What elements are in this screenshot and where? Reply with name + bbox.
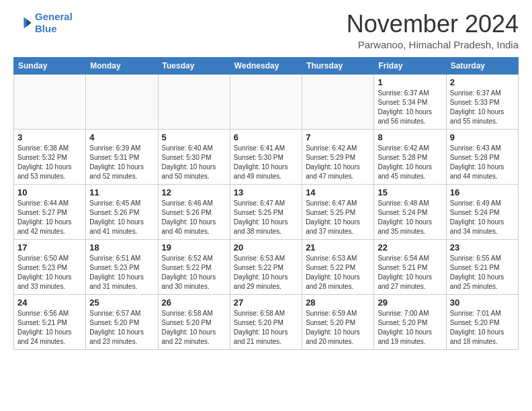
calendar-cell	[86, 74, 158, 129]
day-info: Sunrise: 6:46 AM Sunset: 5:26 PM Dayligh…	[162, 199, 226, 236]
day-info: Sunrise: 6:40 AM Sunset: 5:30 PM Dayligh…	[162, 144, 226, 181]
day-number: 26	[162, 298, 226, 308]
weekday-header: Sunday	[14, 57, 86, 74]
weekday-header: Friday	[374, 57, 446, 74]
calendar-cell: 17Sunrise: 6:50 AM Sunset: 5:23 PM Dayli…	[14, 239, 86, 294]
day-number: 13	[234, 187, 298, 197]
day-number: 25	[89, 298, 154, 308]
calendar-cell: 11Sunrise: 6:45 AM Sunset: 5:26 PM Dayli…	[86, 184, 158, 239]
page: General Blue November 2024 Parwanoo, Him…	[0, 0, 532, 361]
day-info: Sunrise: 6:56 AM Sunset: 5:21 PM Dayligh…	[17, 309, 82, 347]
calendar-cell: 26Sunrise: 6:58 AM Sunset: 5:20 PM Dayli…	[158, 294, 230, 349]
day-number: 28	[306, 298, 370, 308]
calendar-cell	[230, 74, 302, 129]
day-info: Sunrise: 6:37 AM Sunset: 5:33 PM Dayligh…	[450, 89, 515, 126]
day-info: Sunrise: 6:54 AM Sunset: 5:21 PM Dayligh…	[378, 254, 442, 291]
day-info: Sunrise: 7:01 AM Sunset: 5:20 PM Dayligh…	[450, 309, 515, 347]
day-number: 16	[450, 187, 515, 197]
location: Parwanoo, Himachal Pradesh, India	[347, 39, 519, 50]
calendar-cell: 29Sunrise: 7:00 AM Sunset: 5:20 PM Dayli…	[374, 294, 446, 349]
day-info: Sunrise: 6:50 AM Sunset: 5:23 PM Dayligh…	[17, 254, 82, 291]
day-info: Sunrise: 6:44 AM Sunset: 5:27 PM Dayligh…	[17, 199, 82, 236]
calendar-week-row: 17Sunrise: 6:50 AM Sunset: 5:23 PM Dayli…	[14, 239, 519, 294]
calendar-cell: 14Sunrise: 6:47 AM Sunset: 5:25 PM Dayli…	[302, 184, 374, 239]
calendar-cell: 27Sunrise: 6:58 AM Sunset: 5:20 PM Dayli…	[230, 294, 302, 349]
logo-icon	[13, 13, 32, 32]
day-number: 30	[450, 298, 515, 308]
calendar-week-row: 3Sunrise: 6:38 AM Sunset: 5:32 PM Daylig…	[14, 129, 519, 184]
calendar-cell: 23Sunrise: 6:55 AM Sunset: 5:21 PM Dayli…	[446, 239, 518, 294]
calendar-cell: 20Sunrise: 6:53 AM Sunset: 5:22 PM Dayli…	[230, 239, 302, 294]
day-info: Sunrise: 6:58 AM Sunset: 5:20 PM Dayligh…	[234, 309, 298, 347]
day-number: 2	[450, 77, 515, 87]
day-number: 17	[17, 242, 82, 253]
logo-text: General Blue	[35, 11, 73, 35]
weekday-header-row: SundayMondayTuesdayWednesdayThursdayFrid…	[14, 57, 519, 74]
calendar-cell: 28Sunrise: 6:59 AM Sunset: 5:20 PM Dayli…	[302, 294, 374, 349]
calendar-cell: 6Sunrise: 6:41 AM Sunset: 5:30 PM Daylig…	[230, 129, 302, 184]
logo: General Blue	[13, 11, 73, 35]
day-info: Sunrise: 6:39 AM Sunset: 5:31 PM Dayligh…	[89, 144, 154, 181]
calendar-cell: 25Sunrise: 6:57 AM Sunset: 5:20 PM Dayli…	[86, 294, 158, 349]
day-number: 7	[306, 132, 370, 142]
day-number: 24	[17, 298, 82, 308]
calendar-cell: 22Sunrise: 6:54 AM Sunset: 5:21 PM Dayli…	[374, 239, 446, 294]
day-number: 23	[450, 242, 515, 253]
calendar-cell	[14, 74, 86, 129]
day-number: 15	[378, 187, 442, 197]
title-block: November 2024 Parwanoo, Himachal Pradesh…	[347, 11, 519, 50]
day-number: 12	[162, 187, 226, 197]
calendar: SundayMondayTuesdayWednesdayThursdayFrid…	[13, 57, 519, 350]
calendar-cell	[158, 74, 230, 129]
day-info: Sunrise: 6:51 AM Sunset: 5:23 PM Dayligh…	[89, 254, 154, 291]
day-info: Sunrise: 6:42 AM Sunset: 5:28 PM Dayligh…	[378, 144, 442, 181]
day-number: 8	[378, 132, 442, 142]
day-info: Sunrise: 6:41 AM Sunset: 5:30 PM Dayligh…	[234, 144, 298, 181]
calendar-cell: 3Sunrise: 6:38 AM Sunset: 5:32 PM Daylig…	[14, 129, 86, 184]
day-info: Sunrise: 6:43 AM Sunset: 5:28 PM Dayligh…	[450, 144, 515, 181]
day-info: Sunrise: 7:00 AM Sunset: 5:20 PM Dayligh…	[378, 309, 442, 347]
calendar-cell: 2Sunrise: 6:37 AM Sunset: 5:33 PM Daylig…	[446, 74, 518, 129]
day-number: 22	[378, 242, 442, 253]
day-info: Sunrise: 6:38 AM Sunset: 5:32 PM Dayligh…	[17, 144, 82, 181]
day-info: Sunrise: 6:57 AM Sunset: 5:20 PM Dayligh…	[89, 309, 154, 347]
header: General Blue November 2024 Parwanoo, Him…	[13, 11, 519, 50]
day-number: 6	[234, 132, 298, 142]
day-number: 1	[378, 77, 442, 87]
day-number: 19	[162, 242, 226, 253]
calendar-cell	[302, 74, 374, 129]
logo-line2: Blue	[35, 23, 57, 34]
calendar-cell: 21Sunrise: 6:53 AM Sunset: 5:22 PM Dayli…	[302, 239, 374, 294]
weekday-header: Tuesday	[158, 57, 230, 74]
day-info: Sunrise: 6:48 AM Sunset: 5:24 PM Dayligh…	[378, 199, 442, 236]
day-info: Sunrise: 6:55 AM Sunset: 5:21 PM Dayligh…	[450, 254, 515, 291]
day-number: 11	[89, 187, 154, 197]
day-info: Sunrise: 6:53 AM Sunset: 5:22 PM Dayligh…	[306, 254, 370, 291]
day-number: 29	[378, 298, 442, 308]
calendar-cell: 9Sunrise: 6:43 AM Sunset: 5:28 PM Daylig…	[446, 129, 518, 184]
day-info: Sunrise: 6:49 AM Sunset: 5:24 PM Dayligh…	[450, 199, 515, 236]
day-number: 20	[234, 242, 298, 253]
day-info: Sunrise: 6:42 AM Sunset: 5:29 PM Dayligh…	[306, 144, 370, 181]
calendar-week-row: 10Sunrise: 6:44 AM Sunset: 5:27 PM Dayli…	[14, 184, 519, 239]
day-info: Sunrise: 6:37 AM Sunset: 5:34 PM Dayligh…	[378, 89, 442, 126]
month-title: November 2024	[347, 11, 519, 38]
day-number: 18	[89, 242, 154, 253]
weekday-header: Wednesday	[230, 57, 302, 74]
calendar-cell: 7Sunrise: 6:42 AM Sunset: 5:29 PM Daylig…	[302, 129, 374, 184]
day-info: Sunrise: 6:52 AM Sunset: 5:22 PM Dayligh…	[162, 254, 226, 291]
calendar-cell: 24Sunrise: 6:56 AM Sunset: 5:21 PM Dayli…	[14, 294, 86, 349]
day-number: 27	[234, 298, 298, 308]
calendar-cell: 5Sunrise: 6:40 AM Sunset: 5:30 PM Daylig…	[158, 129, 230, 184]
day-info: Sunrise: 6:47 AM Sunset: 5:25 PM Dayligh…	[306, 199, 370, 236]
calendar-cell: 30Sunrise: 7:01 AM Sunset: 5:20 PM Dayli…	[446, 294, 518, 349]
day-number: 9	[450, 132, 515, 142]
calendar-cell: 19Sunrise: 6:52 AM Sunset: 5:22 PM Dayli…	[158, 239, 230, 294]
calendar-cell: 12Sunrise: 6:46 AM Sunset: 5:26 PM Dayli…	[158, 184, 230, 239]
calendar-week-row: 24Sunrise: 6:56 AM Sunset: 5:21 PM Dayli…	[14, 294, 519, 349]
calendar-cell: 18Sunrise: 6:51 AM Sunset: 5:23 PM Dayli…	[86, 239, 158, 294]
calendar-cell: 8Sunrise: 6:42 AM Sunset: 5:28 PM Daylig…	[374, 129, 446, 184]
day-info: Sunrise: 6:58 AM Sunset: 5:20 PM Dayligh…	[162, 309, 226, 347]
calendar-cell: 15Sunrise: 6:48 AM Sunset: 5:24 PM Dayli…	[374, 184, 446, 239]
weekday-header: Monday	[86, 57, 158, 74]
